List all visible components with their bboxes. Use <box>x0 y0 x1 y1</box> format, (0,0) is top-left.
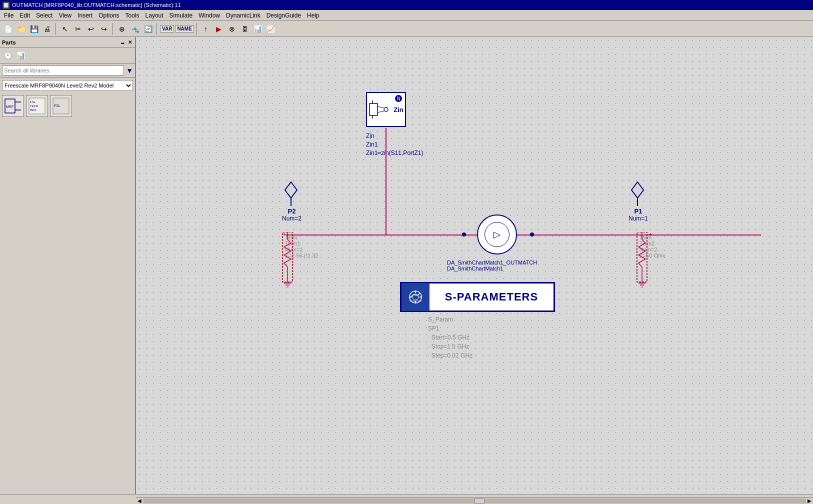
cursor-button[interactable]: ↖ <box>59 23 71 35</box>
svg-text:FSL: FSL <box>30 100 36 104</box>
menu-options[interactable]: Options <box>96 11 122 20</box>
menu-window[interactable]: Window <box>196 11 223 20</box>
menu-help[interactable]: Help <box>304 11 322 20</box>
menu-edit[interactable]: Edit <box>16 11 33 20</box>
schematic-canvas[interactable]: N Zin Zin Zin1 Zin1=zin(S11,PortZ1) <box>136 37 813 494</box>
main-layout: Parts 🗕 ✕ 🕐 📊 ▼ Freescale MRF8P9040N Lev… <box>0 37 813 494</box>
sparam-title: S-PARAMETERS <box>430 290 554 304</box>
scrollbar-horizontal[interactable]: ◀ ▶ <box>136 497 813 504</box>
menu-tools[interactable]: Tools <box>122 11 142 20</box>
name-button[interactable]: NAME <box>175 25 194 32</box>
sparam-start: · Start=0.5 GHz <box>428 333 472 342</box>
smith-chart-block[interactable]: ▷ DA_SmithChartMatch1_OUTMATCH DA_SmithC… <box>477 214 517 254</box>
component-mrf[interactable]: MRF <box>2 95 24 117</box>
sparam-block[interactable]: S-PARAMETERS S_Param SP1 · Start=0.5 GHz… <box>400 282 555 312</box>
menu-designguide[interactable]: DesignGuide <box>264 11 304 20</box>
var-button[interactable]: VAR <box>160 25 174 32</box>
scroll-track[interactable] <box>143 498 806 504</box>
layout-button[interactable]: 📈 <box>265 23 277 35</box>
toolbar: 📄 📁 💾 🖨 ↖ ✂ ↩ ↪ ⊕ 🔩 🔄 VAR NAME ↑ ▶ ⊗ 🎛 📊… <box>0 21 813 37</box>
node-dot-left <box>462 232 466 236</box>
save-button[interactable]: 💾 <box>28 23 40 35</box>
zin-block[interactable]: N Zin Zin Zin1 Zin1=zin(S11,PortZ1) <box>366 92 406 127</box>
menu-view[interactable]: View <box>56 11 74 20</box>
wire-button[interactable]: ⊕ <box>116 23 128 35</box>
svg-rect-10 <box>370 104 378 116</box>
toolbar-sep-2 <box>112 23 114 35</box>
term1-group: Term Term1 Num=1 Z=2.56-j*1.32 <box>285 234 318 258</box>
term2-group: Term Term2 Num=2 Z=50 Ohm <box>640 234 666 258</box>
app-icon: 🔲 <box>2 2 10 9</box>
menubar: File Edit Select View Insert Options Too… <box>0 10 813 21</box>
stop-button[interactable]: ⊗ <box>226 23 238 35</box>
component-fsl-small[interactable]: FSL <box>50 95 72 117</box>
svg-marker-24 <box>632 182 644 198</box>
port-p1: P1 Num=1 <box>628 181 648 222</box>
up-button[interactable]: ↑ <box>200 23 212 35</box>
p1-label: P1 <box>628 208 648 215</box>
tune-button[interactable]: 🎛 <box>239 23 251 35</box>
menu-dynamiclink[interactable]: DynamicLink <box>223 11 264 20</box>
print-button[interactable]: 🖨 <box>41 23 53 35</box>
zin-n-badge: N <box>395 95 402 102</box>
main-wire <box>286 234 761 236</box>
toolbar-sep-1 <box>55 23 57 35</box>
rotate-button[interactable]: 🔄 <box>142 23 154 35</box>
menu-simulate[interactable]: Simulate <box>166 11 196 20</box>
undo-button[interactable]: ↩ <box>85 23 97 35</box>
scroll-right-btn[interactable]: ▶ <box>806 498 813 504</box>
parts-title: Parts <box>2 40 16 46</box>
svg-text:TECH: TECH <box>30 104 38 108</box>
library-dropdown[interactable]: Freescale MRF8P9040N Level2 Rev2 Model <box>2 80 133 91</box>
zin-equation: Zin1=zin(S11,PortZ1) <box>366 149 423 158</box>
recent-parts-button[interactable]: 🕐 <box>2 50 13 61</box>
title-text: OUTMATCH [MRF8P040_lib:OUTMATCH:schemati… <box>12 2 181 8</box>
favorites-button[interactable]: 📊 <box>15 50 26 61</box>
smith-arrow-icon: ▷ <box>494 229 500 240</box>
smith-instance: DA_SmithChartMatch1 <box>447 266 537 272</box>
sparam-component: S_Param <box>428 315 472 324</box>
menu-file[interactable]: File <box>1 11 16 20</box>
filter-icon[interactable]: ▼ <box>126 66 133 74</box>
sparam-text: S_Param SP1 · Start=0.5 GHz · Stop=1.5 G… <box>428 315 472 360</box>
parts-close[interactable]: ✕ <box>127 40 133 45</box>
smith-text: DA_SmithChartMatch1_OUTMATCH DA_SmithCha… <box>447 260 537 272</box>
zin-box: N Zin <box>366 92 406 127</box>
open-button[interactable]: 📁 <box>15 23 27 35</box>
svg-text:FSL: FSL <box>54 104 60 108</box>
svg-point-13 <box>384 108 388 112</box>
parts-icons-bar: 🕐 📊 <box>0 48 135 64</box>
parts-panel: Parts 🗕 ✕ 🕐 📊 ▼ Freescale MRF8P9040N Lev… <box>0 37 136 494</box>
component-fsl-tech[interactable]: FSL TECH INCL <box>26 95 48 117</box>
menu-layout[interactable]: Layout <box>142 11 166 20</box>
sparam-stop: · Stop=1.5 GHz <box>428 342 472 351</box>
sparam-id: SP1 <box>428 324 472 333</box>
chart-button[interactable]: 📊 <box>252 23 264 35</box>
component-grid: MRF FSL TECH INCL FSL <box>0 93 135 119</box>
port-p2: P2 Num=2 <box>282 181 302 222</box>
new-button[interactable]: 📄 <box>2 23 14 35</box>
cut-button[interactable]: ✂ <box>72 23 84 35</box>
parts-minimize[interactable]: 🗕 <box>119 40 126 45</box>
zin-text: Zin Zin1 Zin1=zin(S11,PortZ1) <box>366 132 423 157</box>
search-input[interactable] <box>2 66 124 76</box>
p2-num: Num=2 <box>282 215 302 222</box>
titlebar: 🔲 OUTMATCH [MRF8P040_lib:OUTMATCH:schema… <box>0 0 813 10</box>
scroll-thumb[interactable] <box>474 498 484 504</box>
smith-circle: ▷ <box>477 214 517 254</box>
zin-instance: Zin1 <box>366 140 423 149</box>
scroll-left-btn[interactable]: ◀ <box>136 498 143 504</box>
search-bar: ▼ <box>0 64 135 78</box>
zin-label: Zin <box>394 106 404 114</box>
menu-insert[interactable]: Insert <box>74 11 96 20</box>
component-button[interactable]: 🔩 <box>129 23 141 35</box>
crosshair-left: + <box>283 231 286 238</box>
smith-instance-label: DA_SmithChartMatch1_OUTMATCH <box>447 260 537 266</box>
menu-select[interactable]: Select <box>33 11 56 20</box>
redo-button[interactable]: ↪ <box>98 23 110 35</box>
svg-text:INCL: INCL <box>30 108 37 112</box>
crosshair-right: + <box>648 231 652 238</box>
svg-line-14 <box>378 106 384 108</box>
sim-button[interactable]: ▶ <box>213 23 225 35</box>
sparam-step: · Step=0.02 GHz <box>428 351 472 360</box>
